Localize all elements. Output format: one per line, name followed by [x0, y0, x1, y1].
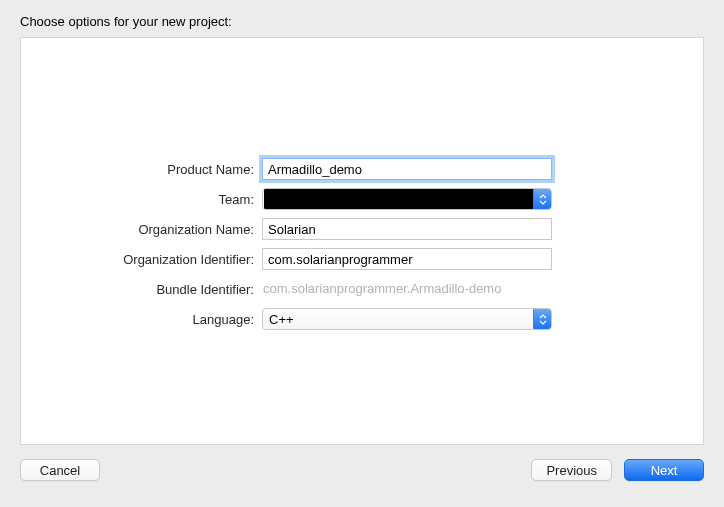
row-language: Language: C++ [82, 308, 642, 330]
row-org-name: Organization Name: [82, 218, 642, 240]
cancel-button[interactable]: Cancel [20, 459, 100, 481]
org-identifier-input[interactable] [262, 248, 552, 270]
updown-icon [533, 189, 551, 209]
product-name-input[interactable] [262, 158, 552, 180]
language-select[interactable]: C++ [262, 308, 552, 330]
label-team: Team: [82, 192, 262, 207]
team-select[interactable] [262, 188, 552, 210]
row-bundle-identifier: Bundle Identifier: com.solarianprogramme… [82, 278, 642, 300]
label-org-identifier: Organization Identifier: [82, 252, 262, 267]
row-org-identifier: Organization Identifier: [82, 248, 642, 270]
label-language: Language: [82, 312, 262, 327]
next-button[interactable]: Next [624, 459, 704, 481]
form-panel: Product Name: Team: Organiza [20, 37, 704, 445]
bundle-identifier-value: com.solarianprogrammer.Armadillo-demo [262, 278, 552, 300]
updown-icon [533, 309, 551, 329]
org-name-input[interactable] [262, 218, 552, 240]
language-value: C++ [263, 312, 533, 327]
label-product-name: Product Name: [82, 162, 262, 177]
previous-button[interactable]: Previous [531, 459, 612, 481]
header: Choose options for your new project: [0, 0, 724, 37]
row-product-name: Product Name: [82, 158, 642, 180]
footer: Cancel Previous Next [0, 445, 724, 481]
label-bundle-identifier: Bundle Identifier: [82, 282, 262, 297]
team-redacted [264, 189, 533, 209]
project-options-form: Product Name: Team: Organiza [82, 158, 642, 338]
page-title: Choose options for your new project: [20, 14, 704, 29]
label-org-name: Organization Name: [82, 222, 262, 237]
row-team: Team: [82, 188, 642, 210]
